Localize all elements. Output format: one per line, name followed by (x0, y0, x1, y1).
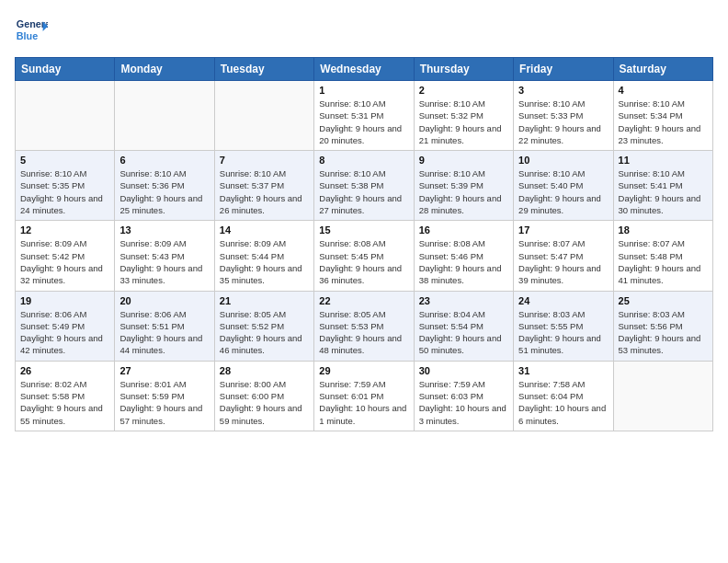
day-info: Sunrise: 8:07 AM Sunset: 5:48 PM Dayligh… (619, 237, 708, 286)
weekday-header-monday: Monday (115, 58, 214, 81)
day-cell: 4Sunrise: 8:10 AM Sunset: 5:34 PM Daylig… (613, 81, 712, 151)
day-info: Sunrise: 8:10 AM Sunset: 5:37 PM Dayligh… (220, 167, 309, 216)
day-cell: 12Sunrise: 8:09 AM Sunset: 5:42 PM Dayli… (16, 221, 115, 291)
weekday-header-row: SundayMondayTuesdayWednesdayThursdayFrid… (16, 58, 713, 81)
day-number: 4 (619, 85, 708, 96)
day-number: 8 (319, 155, 408, 166)
day-info: Sunrise: 8:10 AM Sunset: 5:36 PM Dayligh… (119, 167, 209, 216)
day-info: Sunrise: 8:05 AM Sunset: 5:53 PM Dayligh… (319, 308, 408, 357)
day-number: 5 (20, 155, 109, 166)
day-number: 13 (119, 224, 209, 236)
day-cell: 29Sunrise: 7:59 AM Sunset: 6:01 PM Dayli… (314, 361, 414, 431)
day-cell: 7Sunrise: 8:10 AM Sunset: 5:37 PM Daylig… (214, 151, 313, 221)
day-info: Sunrise: 8:10 AM Sunset: 5:38 PM Dayligh… (319, 167, 408, 216)
day-cell: 15Sunrise: 8:08 AM Sunset: 5:45 PM Dayli… (314, 221, 414, 291)
day-number: 11 (619, 155, 708, 166)
day-number: 29 (319, 365, 408, 376)
day-cell (214, 81, 313, 151)
day-number: 19 (20, 295, 109, 306)
day-cell: 22Sunrise: 8:05 AM Sunset: 5:53 PM Dayli… (314, 291, 414, 361)
day-number: 20 (119, 295, 209, 306)
day-number: 30 (419, 365, 508, 376)
day-number: 12 (20, 224, 109, 236)
day-cell: 9Sunrise: 8:10 AM Sunset: 5:39 PM Daylig… (414, 151, 513, 221)
day-info: Sunrise: 8:10 AM Sunset: 5:32 PM Dayligh… (419, 98, 508, 146)
day-cell: 11Sunrise: 8:10 AM Sunset: 5:41 PM Dayli… (613, 151, 712, 221)
page: General Blue SundayMondayTuesdayWednesda… (0, 0, 728, 563)
day-number: 17 (518, 224, 608, 236)
day-info: Sunrise: 7:58 AM Sunset: 6:04 PM Dayligh… (518, 378, 608, 427)
week-row-1: 1Sunrise: 8:10 AM Sunset: 5:31 PM Daylig… (16, 81, 713, 151)
day-number: 26 (20, 365, 109, 376)
day-number: 28 (220, 365, 309, 376)
day-cell: 23Sunrise: 8:04 AM Sunset: 5:54 PM Dayli… (414, 291, 513, 361)
day-info: Sunrise: 8:08 AM Sunset: 5:46 PM Dayligh… (419, 237, 508, 286)
week-row-2: 5Sunrise: 8:10 AM Sunset: 5:35 PM Daylig… (16, 151, 713, 221)
day-info: Sunrise: 8:06 AM Sunset: 5:51 PM Dayligh… (119, 308, 209, 357)
day-info: Sunrise: 8:09 AM Sunset: 5:42 PM Dayligh… (20, 237, 109, 286)
svg-text:Blue: Blue (17, 30, 38, 41)
week-row-5: 26Sunrise: 8:02 AM Sunset: 5:58 PM Dayli… (16, 361, 713, 431)
day-number: 15 (319, 224, 408, 236)
day-cell: 24Sunrise: 8:03 AM Sunset: 5:55 PM Dayli… (514, 291, 613, 361)
day-info: Sunrise: 7:59 AM Sunset: 6:01 PM Dayligh… (319, 378, 408, 427)
day-number: 16 (419, 224, 508, 236)
day-cell: 13Sunrise: 8:09 AM Sunset: 5:43 PM Dayli… (115, 221, 214, 291)
day-cell: 17Sunrise: 8:07 AM Sunset: 5:47 PM Dayli… (514, 221, 613, 291)
day-info: Sunrise: 8:03 AM Sunset: 5:56 PM Dayligh… (619, 308, 708, 357)
day-cell: 3Sunrise: 8:10 AM Sunset: 5:33 PM Daylig… (514, 81, 613, 151)
day-number: 2 (419, 85, 508, 96)
day-info: Sunrise: 8:10 AM Sunset: 5:34 PM Dayligh… (619, 98, 708, 146)
day-number: 25 (619, 295, 708, 306)
day-info: Sunrise: 8:10 AM Sunset: 5:31 PM Dayligh… (319, 98, 408, 146)
day-cell: 26Sunrise: 8:02 AM Sunset: 5:58 PM Dayli… (16, 361, 115, 431)
day-number: 22 (319, 295, 408, 306)
day-cell: 14Sunrise: 8:09 AM Sunset: 5:44 PM Dayli… (214, 221, 313, 291)
day-info: Sunrise: 7:59 AM Sunset: 6:03 PM Dayligh… (419, 378, 508, 427)
weekday-header-friday: Friday (514, 58, 613, 81)
day-number: 14 (220, 224, 309, 236)
weekday-header-saturday: Saturday (613, 58, 712, 81)
day-info: Sunrise: 8:00 AM Sunset: 6:00 PM Dayligh… (220, 378, 309, 427)
day-number: 3 (518, 85, 608, 96)
week-row-4: 19Sunrise: 8:06 AM Sunset: 5:49 PM Dayli… (16, 291, 713, 361)
day-info: Sunrise: 8:10 AM Sunset: 5:41 PM Dayligh… (619, 167, 708, 216)
week-row-3: 12Sunrise: 8:09 AM Sunset: 5:42 PM Dayli… (16, 221, 713, 291)
day-cell: 8Sunrise: 8:10 AM Sunset: 5:38 PM Daylig… (314, 151, 414, 221)
day-info: Sunrise: 8:06 AM Sunset: 5:49 PM Dayligh… (20, 308, 109, 357)
header: General Blue (15, 15, 713, 48)
day-cell: 31Sunrise: 7:58 AM Sunset: 6:04 PM Dayli… (514, 361, 613, 431)
day-cell: 28Sunrise: 8:00 AM Sunset: 6:00 PM Dayli… (214, 361, 313, 431)
day-cell (115, 81, 214, 151)
day-info: Sunrise: 8:03 AM Sunset: 5:55 PM Dayligh… (518, 308, 608, 357)
day-cell: 2Sunrise: 8:10 AM Sunset: 5:32 PM Daylig… (414, 81, 513, 151)
day-cell: 25Sunrise: 8:03 AM Sunset: 5:56 PM Dayli… (613, 291, 712, 361)
logo: General Blue (15, 15, 48, 48)
day-cell (613, 361, 712, 431)
day-info: Sunrise: 8:10 AM Sunset: 5:35 PM Dayligh… (20, 167, 109, 216)
weekday-header-tuesday: Tuesday (214, 58, 313, 81)
day-cell: 6Sunrise: 8:10 AM Sunset: 5:36 PM Daylig… (115, 151, 214, 221)
day-cell: 27Sunrise: 8:01 AM Sunset: 5:59 PM Dayli… (115, 361, 214, 431)
day-number: 1 (319, 85, 408, 96)
day-cell: 18Sunrise: 8:07 AM Sunset: 5:48 PM Dayli… (613, 221, 712, 291)
day-number: 21 (220, 295, 309, 306)
day-info: Sunrise: 8:09 AM Sunset: 5:43 PM Dayligh… (119, 237, 209, 286)
day-number: 9 (419, 155, 508, 166)
day-number: 10 (518, 155, 608, 166)
day-number: 23 (419, 295, 508, 306)
day-cell: 16Sunrise: 8:08 AM Sunset: 5:46 PM Dayli… (414, 221, 513, 291)
weekday-header-thursday: Thursday (414, 58, 513, 81)
day-number: 6 (119, 155, 209, 166)
day-cell: 21Sunrise: 8:05 AM Sunset: 5:52 PM Dayli… (214, 291, 313, 361)
day-info: Sunrise: 8:05 AM Sunset: 5:52 PM Dayligh… (220, 308, 309, 357)
day-number: 27 (119, 365, 209, 376)
logo-icon: General Blue (15, 15, 48, 48)
day-cell: 5Sunrise: 8:10 AM Sunset: 5:35 PM Daylig… (16, 151, 115, 221)
weekday-header-sunday: Sunday (16, 58, 115, 81)
calendar: SundayMondayTuesdayWednesdayThursdayFrid… (15, 57, 713, 431)
day-info: Sunrise: 8:10 AM Sunset: 5:40 PM Dayligh… (518, 167, 608, 216)
day-cell: 1Sunrise: 8:10 AM Sunset: 5:31 PM Daylig… (314, 81, 414, 151)
day-number: 31 (518, 365, 608, 376)
day-info: Sunrise: 8:04 AM Sunset: 5:54 PM Dayligh… (419, 308, 508, 357)
